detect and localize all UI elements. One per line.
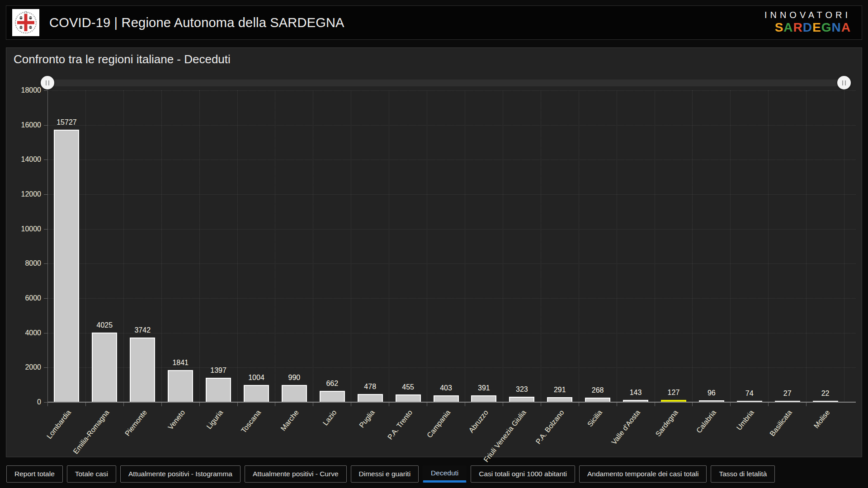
bar-value-label: 478 bbox=[364, 383, 376, 391]
x-axis-label: Toscana bbox=[240, 408, 263, 435]
scrollbar-left-handle[interactable] bbox=[41, 76, 54, 89]
y-axis-label: 18000 bbox=[6, 86, 41, 95]
brand-letter: A bbox=[783, 20, 793, 34]
chart-column: 291 bbox=[541, 90, 579, 402]
y-axis-label: 10000 bbox=[6, 225, 41, 234]
chart-column: 662 bbox=[313, 90, 351, 402]
tab-tasso-di-letalit-[interactable]: Tasso di letalità bbox=[711, 465, 775, 483]
bar-lombardia[interactable] bbox=[54, 130, 79, 402]
bar-liguria[interactable] bbox=[206, 378, 231, 402]
chart-column: 1397 bbox=[199, 90, 237, 402]
tab-andamento-temporale-dei-casi-totali[interactable]: Andamento temporale dei casi totali bbox=[579, 465, 707, 483]
x-axis-label: P.A. Bolzano bbox=[534, 408, 566, 446]
brand-line2: SARDEGNA bbox=[764, 20, 851, 35]
bar-puglia[interactable] bbox=[358, 394, 383, 402]
tab-attualmente-positivi-istogramma[interactable]: Attualmente positivi - Istogramma bbox=[120, 465, 241, 483]
chart-column: 4025 bbox=[85, 90, 123, 402]
bar-value-label: 391 bbox=[478, 384, 490, 392]
chart-column: 27 bbox=[768, 90, 806, 402]
y-axis-label: 16000 bbox=[6, 121, 41, 130]
x-axis-label: Friuli Venezia Giulia bbox=[482, 408, 528, 464]
y-axis-tick bbox=[44, 263, 48, 264]
tab-dimessi-e-guariti[interactable]: Dimessi e guariti bbox=[351, 465, 419, 483]
sardegna-crest-logo bbox=[12, 9, 39, 36]
chart-column: 22 bbox=[806, 90, 844, 402]
chart-column: 323 bbox=[503, 90, 541, 402]
bar-value-label: 27 bbox=[783, 389, 792, 398]
brand-letter: D bbox=[803, 20, 812, 34]
chart-column: 268 bbox=[579, 90, 617, 402]
chart-column: 478 bbox=[351, 90, 389, 402]
x-axis-label: Sardegna bbox=[654, 408, 680, 438]
bar-p-a-trento[interactable] bbox=[396, 394, 421, 402]
tab-report-totale[interactable]: Report totale bbox=[6, 465, 63, 483]
x-axis-label: P.A. Trento bbox=[386, 408, 414, 441]
bar-marche[interactable] bbox=[282, 385, 307, 402]
bar-piemonte[interactable] bbox=[130, 338, 155, 402]
brand-letter: S bbox=[775, 20, 784, 34]
brand-letter: G bbox=[821, 20, 832, 34]
x-axis-label: Sicilia bbox=[586, 408, 604, 428]
app-title: COVID-19 | Regione Autonoma della SARDEG… bbox=[49, 15, 344, 30]
y-axis-label: 8000 bbox=[6, 259, 41, 268]
chart-column: 403 bbox=[427, 90, 465, 402]
bar-value-label: 3742 bbox=[134, 326, 151, 334]
chart-column: 96 bbox=[692, 90, 730, 402]
bar-abruzzo[interactable] bbox=[471, 395, 496, 402]
y-axis-tick bbox=[44, 229, 48, 230]
y-axis-label: 12000 bbox=[6, 190, 41, 199]
bar-veneto[interactable] bbox=[168, 370, 193, 402]
tab-attualmente-positivi-curve[interactable]: Attualmente positivi - Curve bbox=[245, 465, 347, 483]
x-axis-label: Marche bbox=[279, 408, 301, 432]
x-axis-label: Calabria bbox=[695, 408, 718, 435]
x-axis-label: Liguria bbox=[205, 408, 225, 431]
chart-column: 3742 bbox=[123, 90, 161, 402]
x-axis-label: Lombardia bbox=[45, 408, 73, 441]
bar-value-label: 96 bbox=[708, 389, 716, 397]
x-axis-label: Valle d'Aosta bbox=[610, 408, 642, 446]
x-axis-label: Abruzzo bbox=[467, 408, 490, 434]
chart-column: 391 bbox=[465, 90, 503, 402]
x-axis-label: Piemonte bbox=[123, 408, 149, 437]
chart-scrollbar-track[interactable] bbox=[47, 80, 844, 86]
x-axis-labels: LombardiaEmilia-RomagnaPiemonteVenetoLig… bbox=[47, 404, 844, 456]
bar-value-label: 990 bbox=[288, 374, 301, 382]
chart-column: 74 bbox=[730, 90, 768, 402]
app-header: COVID-19 | Regione Autonoma della SARDEG… bbox=[6, 5, 862, 40]
y-axis-tick bbox=[44, 194, 48, 195]
scrollbar-right-handle[interactable] bbox=[837, 76, 851, 89]
bar-emilia-romagna[interactable] bbox=[92, 333, 117, 402]
bar-value-label: 4025 bbox=[97, 321, 113, 329]
y-axis-label: 14000 bbox=[6, 155, 41, 164]
plot-area: 1572740253742184113971004990662478455403… bbox=[47, 90, 856, 402]
tab-totale-casi[interactable]: Totale casi bbox=[67, 465, 116, 483]
bar-value-label: 1397 bbox=[210, 366, 226, 375]
y-axis-labels: 0200040006000800010000120001400016000180… bbox=[6, 90, 44, 402]
bar-value-label: 662 bbox=[326, 380, 338, 388]
x-axis-line bbox=[48, 402, 856, 403]
grip-icon bbox=[46, 80, 49, 85]
y-axis-tick bbox=[44, 90, 48, 91]
chart-column: 1841 bbox=[161, 90, 199, 402]
x-axis-label: Veneto bbox=[166, 408, 187, 431]
chart-column: 143 bbox=[617, 90, 655, 402]
y-axis-tick bbox=[44, 367, 48, 368]
x-axis-label: Campania bbox=[425, 408, 452, 440]
bar-value-label: 1004 bbox=[248, 374, 264, 382]
bar-toscana[interactable] bbox=[244, 385, 269, 402]
chart-column: 127 bbox=[655, 90, 693, 402]
y-axis-label: 2000 bbox=[6, 363, 41, 372]
tab-casi-totali-ogni-1000-abitanti[interactable]: Casi totali ogni 1000 abitanti bbox=[471, 465, 575, 483]
chart-column: 990 bbox=[275, 90, 313, 402]
y-axis-label: 6000 bbox=[6, 294, 41, 303]
bar-value-label: 74 bbox=[745, 389, 754, 398]
bar-campania[interactable] bbox=[434, 395, 459, 402]
y-axis-tick bbox=[44, 402, 48, 403]
chart-column: 15727 bbox=[48, 90, 85, 402]
tab-bar: Report totaleTotale casiAttualmente posi… bbox=[6, 465, 862, 483]
x-axis-label: Lazio bbox=[321, 408, 339, 427]
y-axis-tick bbox=[44, 298, 48, 299]
bar-value-label: 15727 bbox=[57, 118, 77, 127]
tab-deceduti[interactable]: Deceduti bbox=[423, 465, 467, 483]
bar-lazio[interactable] bbox=[320, 391, 345, 402]
